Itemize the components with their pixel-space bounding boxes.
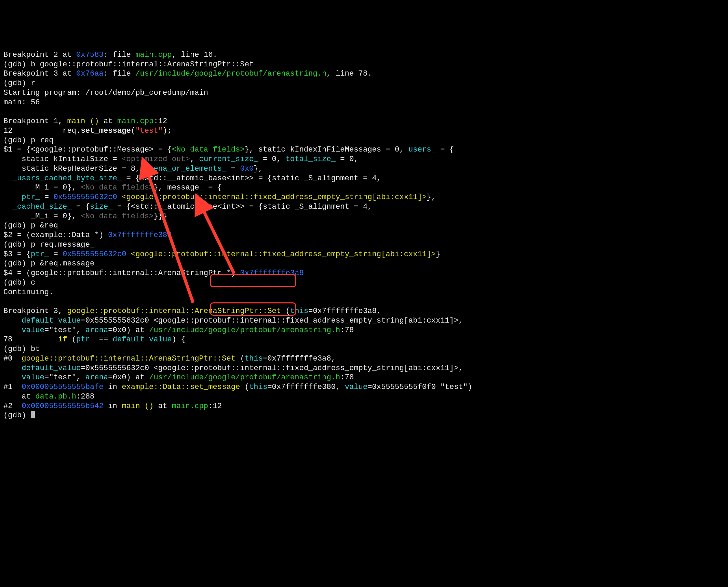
source-line-12: 12 req.set_message("test"); <box>3 127 172 135</box>
terminal-output: Breakpoint 2 at 0x7583: file main.cpp, l… <box>3 41 725 420</box>
source-line-78: 78 if (ptr_ == default_value) { <box>3 335 186 344</box>
var2-line: $2 = (example::Data *) 0x7fffffffe380 <box>3 231 172 239</box>
breakpoint-1-hit: Breakpoint 1, main () at main.cpp:12 <box>3 117 167 126</box>
bt-frame-1: #1 0x000055555555bafe in example::Data::… <box>3 383 472 391</box>
breakpoint-3-set-line: Breakpoint 3 at 0x76aa: file /usr/includ… <box>3 69 372 78</box>
bt-frame-0b: default_value=0x5555555632c0 <google::pr… <box>3 364 463 373</box>
breakpoint-2-line: Breakpoint 2 at 0x7583: file main.cpp, l… <box>3 51 217 59</box>
gdb-cmd-bt: (gdb) bt <box>3 345 40 353</box>
starting-program: Starting program: /root/demo/pb_coredump… <box>3 89 208 97</box>
gdb-cmd-r: (gdb) r <box>3 79 35 88</box>
gdb-cmd-p-addr-msg: (gdb) p &req.message_ <box>3 259 99 268</box>
var4-line: $4 = (google::protobuf::internal::ArenaS… <box>3 269 304 277</box>
program-output: main: 56 <box>3 98 40 107</box>
req-dump-7: _cached_size_ = {size_ = {<std::__atomic… <box>3 203 372 211</box>
req-dump-3: static kRepHeaderSize = 8, arena_or_elem… <box>3 165 263 173</box>
req-dump-4: _users_cached_byte_size_ = {<std::__atom… <box>3 174 381 183</box>
cursor-icon <box>31 411 35 418</box>
var3-line: $3 = {ptr_ = 0x5555555632c0 <google::pro… <box>3 250 440 259</box>
bt-frame-0c: value="test", arena=0x0) at /usr/include… <box>3 373 354 382</box>
req-dump-2: static kInitialSize = <optimized out>, c… <box>3 155 359 164</box>
gdb-cmd-b: (gdb) b google::protobuf::internal::Aren… <box>3 60 254 69</box>
bt-frame-0a: #0 google::protobuf::internal::ArenaStri… <box>3 354 336 363</box>
gdb-cmd-p-addr-req: (gdb) p &req <box>3 221 58 230</box>
breakpoint-3-hit-1: Breakpoint 3, google::protobuf::internal… <box>3 307 381 315</box>
req-dump-1: $1 = {<google::protobuf::Message> = {<No… <box>3 145 454 154</box>
req-dump-8: _M_i = 0}, <No data fields>}}} <box>3 212 167 221</box>
gdb-cmd-c: (gdb) c <box>3 278 35 287</box>
breakpoint-3-hit-3: value="test", arena=0x0) at /usr/include… <box>3 326 354 335</box>
gdb-cmd-p-msg: (gdb) p req.message_ <box>3 240 94 249</box>
continuing: Continuing. <box>3 288 53 297</box>
gdb-prompt[interactable]: (gdb) <box>3 411 35 420</box>
req-dump-5: _M_i = 0}, <No data fields>}, message_ =… <box>3 183 222 192</box>
breakpoint-3-hit-2: default_value=0x5555555632c0 <google::pr… <box>3 316 463 325</box>
req-dump-6: ptr_ = 0x5555555632c0 <google::protobuf:… <box>3 193 436 201</box>
gdb-cmd-p-req: (gdb) p req <box>3 136 53 145</box>
bt-frame-2: #2 0x000055555555b542 in main () at main… <box>3 402 222 410</box>
bt-frame-1b: at data.pb.h:288 <box>3 392 94 401</box>
